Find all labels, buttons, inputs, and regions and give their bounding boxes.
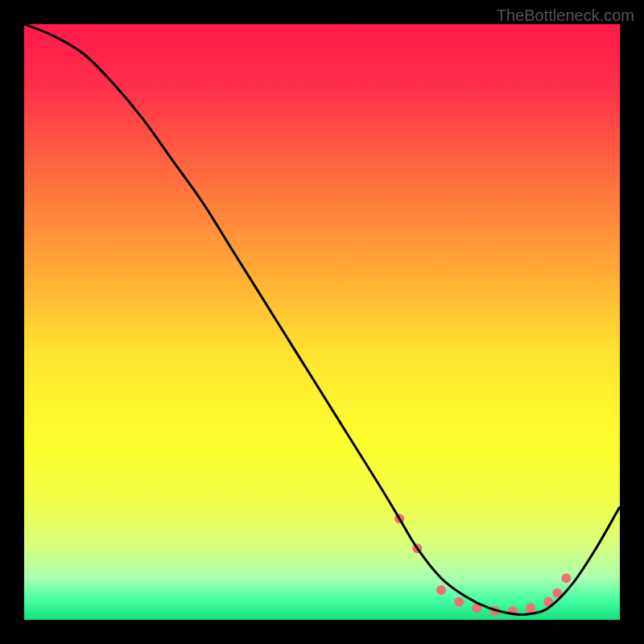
marker-dot [454,597,464,607]
plot-area [24,24,620,620]
chart-container: TheBottleneck.com [0,0,644,644]
curve-layer [24,24,620,620]
marker-dot [436,585,446,595]
marker-dot [561,573,571,583]
marker-dot [526,603,535,613]
bottleneck-curve [24,24,620,615]
watermark-text: TheBottleneck.com [497,6,634,25]
highlight-dots [394,514,571,616]
